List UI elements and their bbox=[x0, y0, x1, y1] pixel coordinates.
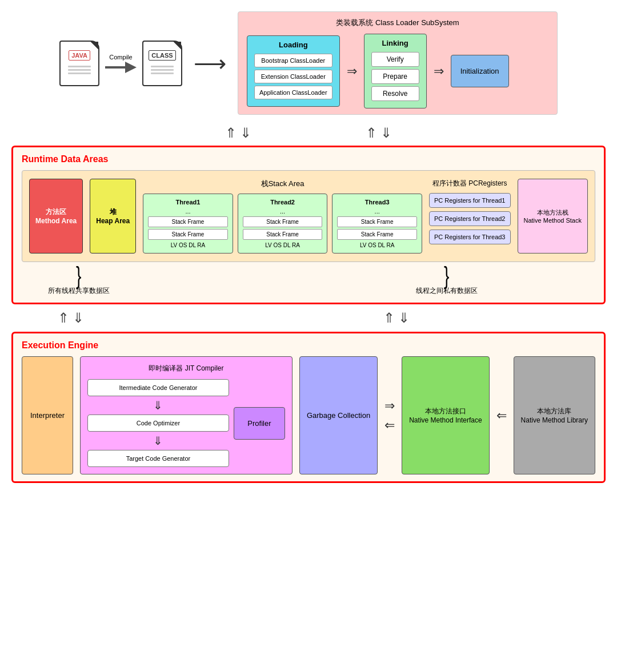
method-area-english: Method Area bbox=[35, 217, 77, 225]
method-area: 方法区 Method Area bbox=[29, 179, 83, 253]
linking-title: Linking bbox=[371, 39, 419, 47]
pc-thread2: PC Registers for Thread2 bbox=[429, 211, 511, 226]
thread1-dots: ... bbox=[148, 208, 228, 215]
extension-classloader: Extension ClassLoader bbox=[254, 70, 332, 83]
resolve-item: Resolve bbox=[371, 86, 419, 101]
threads-row: Thread1 ... Stack Frame Stack Frame LV O… bbox=[143, 194, 422, 253]
exec-down-arrow2: ⇓ bbox=[398, 310, 410, 326]
jit-box: 即时编译器 JIT Compiler Itermediate Code Gene… bbox=[80, 356, 293, 474]
jit-components: Itermediate Code Generator ⇓ Code Optimi… bbox=[87, 379, 285, 467]
thread3-dots: ... bbox=[337, 208, 417, 215]
loading-box: Loading Bootstrap ClassLoader Extension … bbox=[247, 35, 340, 107]
up-arrow-left: ⇑ bbox=[225, 125, 237, 141]
exec-up-arrow2: ⇑ bbox=[383, 310, 395, 326]
thread2-frame2: Stack Frame bbox=[243, 229, 323, 240]
main-flow-arrow: ⟶ bbox=[194, 50, 226, 77]
jit-arrow-1: ⇓ bbox=[153, 399, 163, 412]
exec-up-arrow: ⇑ bbox=[58, 310, 69, 326]
exec-arrow-spacer bbox=[177, 310, 291, 326]
jit-arrow-2: ⇓ bbox=[153, 434, 163, 448]
exec-title: Execution Engine bbox=[22, 340, 595, 351]
compile-arrow: Compile bbox=[105, 54, 137, 73]
shared-brace-symbol: } bbox=[76, 264, 81, 288]
profiler-box: Profiler bbox=[234, 407, 285, 440]
compile-label: Compile bbox=[109, 54, 132, 61]
thread1-frame1: Stack Frame bbox=[148, 216, 228, 227]
thread2-lv: LV OS DL RA bbox=[243, 242, 323, 248]
thread3-frame2: Stack Frame bbox=[337, 229, 417, 240]
init-box: Initialization bbox=[451, 55, 509, 87]
method-area-chinese: 方法区 bbox=[46, 207, 66, 217]
heap-english: Heap Area bbox=[96, 217, 130, 225]
cl-to-runtime-arrows: ⇑ ⇓ ⇑ ⇓ bbox=[11, 123, 606, 143]
thread3-frame1: Stack Frame bbox=[337, 216, 417, 227]
heap-area: 堆 Heap Area bbox=[90, 179, 136, 253]
exec-arrow-spacer2 bbox=[502, 310, 559, 326]
native-stack-english: Native Method Stack bbox=[524, 217, 582, 224]
exec-arrow-left: ⇑ ⇓ bbox=[58, 310, 84, 326]
private-brace-symbol: } bbox=[444, 264, 449, 288]
loading-linking-arrow: ⇒ bbox=[347, 64, 357, 79]
loading-title: Loading bbox=[254, 41, 332, 49]
pc-title: 程序计数器 PCRegisters bbox=[429, 179, 511, 188]
thread2-col: Thread2 ... Stack Frame Stack Frame LV O… bbox=[238, 194, 328, 253]
gc-native-arrows: ⇒ ⇐ bbox=[384, 356, 395, 474]
pc-section: 程序计数器 PCRegisters PC Registers for Threa… bbox=[429, 179, 511, 253]
native-lib-arrow-left: ⇐ bbox=[496, 408, 507, 423]
top-section: JAVA Compile CLASS ⟶ bbox=[11, 11, 606, 115]
verify-item: Verify bbox=[371, 52, 419, 67]
java-file-icon: JAVA bbox=[59, 41, 99, 86]
down-arrow-left: ⇓ bbox=[240, 125, 251, 141]
gc-arrow-left: ⇐ bbox=[384, 418, 395, 433]
native-method-stack: 本地方法栈 Native Method Stack bbox=[518, 179, 588, 253]
native-interface-chinese: 本地方法接口 bbox=[425, 407, 466, 416]
prepare-item: Prepare bbox=[371, 69, 419, 84]
class-loader-box: 类装载系统 Class Loader SubSystem Loading Boo… bbox=[238, 11, 558, 115]
arrow-pair-left: ⇑ ⇓ bbox=[225, 125, 251, 141]
runtime-title: Runtime Data Areas bbox=[22, 154, 595, 164]
jvm-diagram: JAVA Compile CLASS ⟶ bbox=[11, 11, 606, 483]
shared-brace: } 所有线程共享数据区 bbox=[22, 268, 136, 296]
jit-component-0: Itermediate Code Generator bbox=[87, 379, 229, 396]
interpreter-box: Interpreter bbox=[22, 356, 73, 474]
native-lib-box: 本地方法库 Native Method Library bbox=[514, 356, 595, 474]
exec-down-arrow: ⇓ bbox=[73, 310, 84, 326]
native-interface-english: Native Method Interface bbox=[409, 416, 482, 424]
application-classloader: Application ClassLoader bbox=[254, 86, 332, 99]
thread3-lv: LV OS DL RA bbox=[337, 242, 417, 248]
thread2-frame1: Stack Frame bbox=[243, 216, 323, 227]
thread1-frame2: Stack Frame bbox=[148, 229, 228, 240]
up-arrow-right: ⇑ bbox=[366, 125, 377, 141]
pc-thread3: PC Registers for Thread3 bbox=[429, 230, 511, 244]
thread2-dots: ... bbox=[243, 208, 323, 215]
class-loader-title: 类装载系统 Class Loader SubSystem bbox=[247, 18, 548, 28]
class-file-label: CLASS bbox=[149, 50, 175, 61]
jit-component-1: Code Optimizer bbox=[87, 415, 229, 432]
thread2-name: Thread2 bbox=[243, 199, 323, 206]
brace-row: } 所有线程共享数据区 } 线程之间私有数据区 bbox=[22, 268, 595, 296]
cl-inner: Loading Bootstrap ClassLoader Extension … bbox=[247, 34, 548, 108]
native-lib-arrow: ⇐ bbox=[496, 356, 507, 474]
private-brace: } 线程之间私有数据区 bbox=[298, 268, 595, 296]
class-file-icon: CLASS bbox=[142, 41, 182, 86]
linking-init-arrow: ⇒ bbox=[434, 64, 444, 79]
jit-component-2: Target Code Generator bbox=[87, 450, 229, 467]
native-lib-english: Native Method Library bbox=[521, 416, 588, 424]
exec-arrow-right: ⇑ ⇓ bbox=[383, 310, 410, 326]
pc-thread1: PC Registers for Thread1 bbox=[429, 193, 511, 208]
arrow-pair-right: ⇑ ⇓ bbox=[366, 125, 392, 141]
gc-box: Garbage Collection bbox=[299, 356, 378, 474]
jit-title: 即时编译器 JIT Compiler bbox=[87, 364, 285, 373]
native-lib-chinese: 本地方法库 bbox=[537, 407, 571, 416]
stack-section: 栈Stack Area Thread1 ... Stack Frame Stac… bbox=[143, 179, 422, 253]
thread3-col: Thread3 ... Stack Frame Stack Frame LV O… bbox=[332, 194, 422, 253]
exec-inner: Interpreter 即时编译器 JIT Compiler Itermedia… bbox=[22, 356, 595, 474]
gc-arrow-right: ⇒ bbox=[384, 399, 395, 413]
jit-left: Itermediate Code Generator ⇓ Code Optimi… bbox=[87, 379, 229, 467]
pc-col: PC Registers for Thread1 PC Registers fo… bbox=[429, 193, 511, 244]
thread1-name: Thread1 bbox=[148, 199, 228, 206]
thread1-col: Thread1 ... Stack Frame Stack Frame LV O… bbox=[143, 194, 233, 253]
runtime-to-exec-arrows: ⇑ ⇓ ⇑ ⇓ bbox=[11, 307, 606, 329]
exec-engine-box: Execution Engine Interpreter 即时编译器 JIT C… bbox=[11, 332, 606, 483]
heap-chinese: 堆 bbox=[110, 207, 117, 217]
